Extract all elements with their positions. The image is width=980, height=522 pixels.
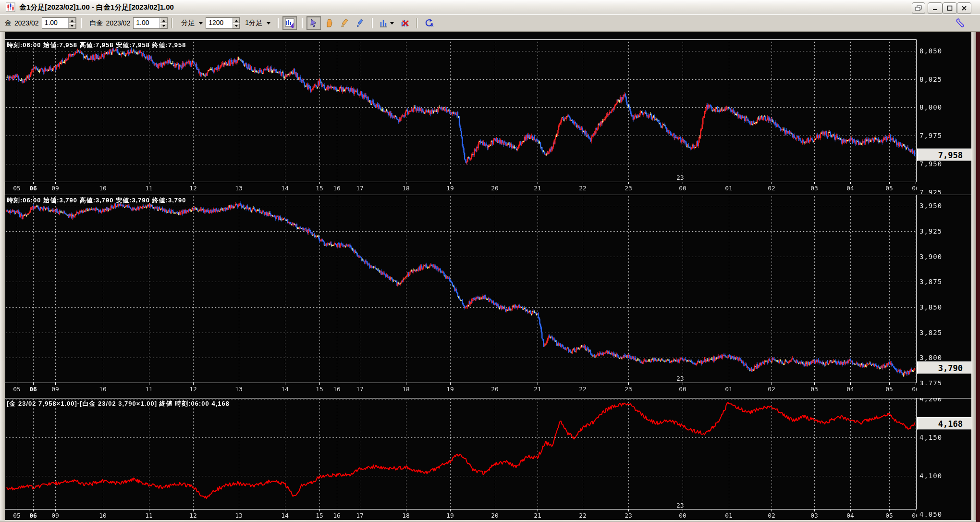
x-axis-tick-label: 06 — [29, 185, 37, 192]
minimize-button[interactable] — [928, 2, 943, 14]
y-axis: 3,9503,9253,9003,8753,8503,8253,8003,775… — [917, 195, 971, 385]
y-axis-tick-label: 4,150 — [919, 434, 942, 441]
x-axis-tick-label: 05 — [885, 385, 893, 393]
pencil-icon — [340, 18, 349, 28]
chevron-down-icon[interactable] — [390, 22, 394, 25]
bar-type-dropdown[interactable]: 分足 — [181, 19, 195, 27]
window-border-right — [971, 0, 976, 522]
x-axis-tick-label: 11 — [145, 385, 153, 393]
x-axis-tick-label: 06 — [912, 512, 917, 519]
toolbar-separator — [80, 18, 82, 28]
gold-multiplier-spinner[interactable]: 1.00 — [42, 17, 76, 29]
date-label: 23 — [676, 502, 684, 509]
x-axis-tick-label: 16 — [333, 512, 341, 519]
toolbar-separator — [171, 18, 173, 28]
x-axis-tick-label: 09 — [51, 512, 59, 519]
bar-count-value[interactable]: 1200 — [206, 18, 232, 28]
wrench-icon — [955, 17, 966, 29]
x-axis-tick-label: 11 — [145, 512, 153, 519]
pencil-draw-button[interactable] — [337, 16, 352, 30]
x-axis-tick-label: 14 — [281, 185, 289, 192]
y-axis-tick-label: 3,800 — [919, 354, 942, 361]
maximize-button[interactable] — [943, 2, 957, 14]
toolbar-separator — [371, 18, 373, 28]
delete-study-button[interactable] — [398, 16, 412, 30]
x-axis-tick-label: 20 — [491, 185, 499, 192]
x-axis-tick-label: 06 — [912, 385, 917, 393]
platinum-multiplier-spinner[interactable]: 1.00 — [133, 17, 168, 29]
y-axis-tick-label: 8,000 — [919, 103, 942, 111]
x-axis-tick-label: 12 — [189, 512, 197, 519]
toolbar: 金 2023/02 1.00 白金 2023/02 1.00 分足 1200 1… — [0, 14, 980, 32]
x-axis-tick-label: 23 — [625, 385, 632, 393]
platinum-month: 2023/02 — [106, 19, 131, 27]
x-axis: 0506091011121314151617181920212223000102… — [5, 510, 917, 520]
x-axis-tick-label: 06 — [29, 385, 37, 393]
trading-chart-window: 時刻:06:00 始値:7,958 高値:7,958 安値:7,958 終値:7… — [0, 0, 980, 522]
x-axis-tick-label: 09 — [51, 385, 59, 393]
settings-wrench-button[interactable] — [953, 16, 968, 30]
close-button[interactable] — [957, 2, 971, 14]
line-draw-button[interactable] — [353, 16, 367, 30]
y-axis-tick-label: 3,900 — [919, 253, 942, 261]
y-axis-tick-label: 7,975 — [919, 132, 942, 139]
x-axis-tick-label: 00 — [679, 385, 686, 393]
title-bar[interactable]: 金1分足[2023/02]1.00 - 白金1分足[2023/02]1.00 — [0, 0, 980, 15]
hand-pan-button[interactable] — [322, 16, 336, 30]
x-axis-tick-label: 15 — [316, 185, 323, 192]
x-axis-tick-label: 15 — [316, 385, 323, 393]
x-axis-tick-label: 16 — [333, 385, 341, 393]
x-axis-tick-label: 15 — [316, 512, 323, 519]
x-axis-tick-label: 11 — [145, 185, 153, 192]
y-axis: 8,0508,0258,0007,9757,9507,9257,958 — [917, 39, 971, 194]
platinum-multiplier-value[interactable]: 1.00 — [134, 18, 159, 28]
x-axis-tick-label: 20 — [491, 512, 499, 519]
chart-settings-button[interactable] — [282, 16, 297, 30]
x-axis-tick-label: 13 — [235, 385, 243, 393]
float-window-button[interactable] — [912, 2, 925, 14]
y-axis-tick-label: 7,925 — [919, 188, 942, 194]
x-axis-tick-label: 01 — [725, 512, 733, 519]
chevron-down-icon[interactable] — [267, 22, 270, 25]
gold-multiplier-value[interactable]: 1.00 — [42, 18, 68, 28]
x-axis-tick-label: 13 — [235, 185, 243, 192]
y-axis-tick-label: 3,775 — [919, 379, 942, 385]
maximize-icon — [947, 5, 953, 11]
x-axis-tick-label: 20 — [491, 385, 499, 393]
y-axis: 4,2004,1504,1004,0504,168 — [917, 398, 971, 517]
bar-chart-menu-button[interactable] — [377, 16, 397, 30]
chart-canvas[interactable] — [0, 0, 980, 522]
spin-up-button[interactable] — [160, 18, 167, 23]
x-axis-tick-label: 17 — [356, 385, 364, 393]
spin-down-button[interactable] — [69, 23, 76, 28]
spin-down-button[interactable] — [233, 23, 240, 28]
chevron-down-icon[interactable] — [199, 22, 203, 25]
x-axis-tick-label: 17 — [356, 185, 364, 192]
x-axis-tick-label: 02 — [768, 512, 775, 519]
x-axis-tick-label: 23 — [625, 185, 632, 192]
x-axis-tick-label: 17 — [356, 512, 364, 519]
app-candlestick-icon — [6, 2, 15, 12]
x-axis-tick-label: 12 — [189, 385, 197, 393]
x-axis-tick-label: 03 — [810, 512, 818, 519]
y-axis-tick-label: 4,100 — [919, 472, 942, 480]
date-label: 23 — [676, 375, 684, 382]
date-label: 23 — [676, 174, 684, 181]
chart-info-line: 時刻:06:00 始値:7,958 高値:7,958 安値:7,958 終値:7… — [7, 41, 186, 50]
y-axis-tick-label: 3,875 — [919, 278, 942, 286]
spin-up-button[interactable] — [69, 18, 76, 23]
x-axis-tick-label: 02 — [768, 185, 775, 192]
period-dropdown[interactable]: 1分足 — [245, 19, 262, 27]
reload-button[interactable]: R — [422, 16, 436, 30]
hand-icon — [324, 18, 334, 28]
x-axis-tick-label: 06 — [912, 185, 917, 192]
spin-down-button[interactable] — [160, 23, 167, 28]
minimize-icon — [932, 5, 938, 11]
pen-line-icon — [355, 18, 365, 28]
bar-count-spinner[interactable]: 1200 — [206, 17, 240, 29]
toolbar-separator — [416, 18, 418, 28]
y-axis-tick-label: 4,200 — [919, 398, 942, 403]
select-cursor-button[interactable] — [306, 16, 321, 30]
spin-up-button[interactable] — [233, 18, 240, 23]
y-axis-tick-label: 3,950 — [919, 202, 942, 210]
